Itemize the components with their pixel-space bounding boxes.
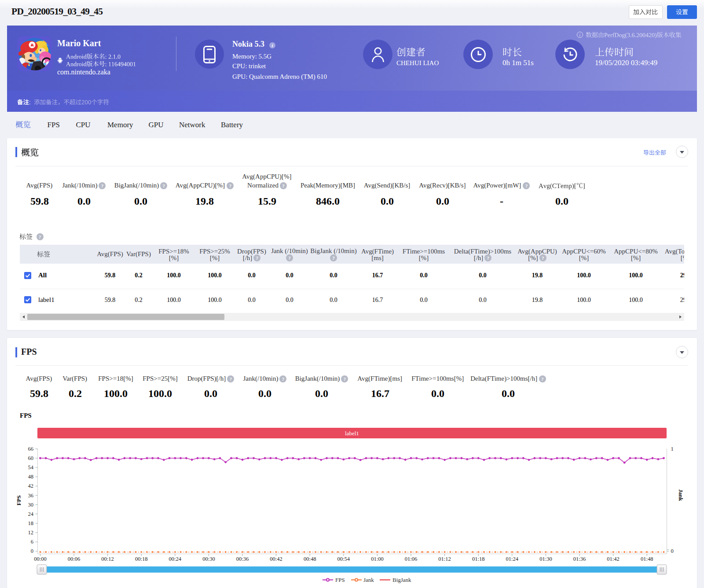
svg-text:00:48: 00:48 <box>304 556 316 562</box>
svg-text:00:42: 00:42 <box>270 556 282 562</box>
svg-text:36: 36 <box>28 492 34 499</box>
svg-text:BigJank: BigJank <box>392 577 411 583</box>
svg-text:01:36: 01:36 <box>573 556 586 562</box>
svg-text:00:30: 00:30 <box>202 556 215 562</box>
svg-text:01:12: 01:12 <box>438 556 451 562</box>
svg-text:54: 54 <box>28 464 34 470</box>
svg-text:60: 60 <box>28 455 34 461</box>
svg-text:30: 30 <box>28 502 34 508</box>
svg-text:0: 0 <box>671 548 674 554</box>
svg-text:18: 18 <box>28 520 34 526</box>
svg-text:01:48: 01:48 <box>641 556 653 562</box>
svg-text:42: 42 <box>28 483 34 489</box>
svg-text:00:36: 00:36 <box>236 556 249 562</box>
svg-text:Jank: Jank <box>678 489 684 501</box>
svg-text:00:18: 00:18 <box>135 556 147 562</box>
svg-text:00:54: 00:54 <box>337 556 350 562</box>
svg-text:6: 6 <box>31 539 33 545</box>
svg-text:00:00: 00:00 <box>34 556 46 562</box>
svg-text:label1: label1 <box>345 430 359 437</box>
svg-text:12: 12 <box>28 529 34 536</box>
svg-text:01:24: 01:24 <box>506 556 519 562</box>
svg-text:24: 24 <box>28 511 34 517</box>
svg-text:Jank: Jank <box>363 577 374 583</box>
svg-text:FPS: FPS <box>335 577 345 583</box>
svg-text:48: 48 <box>28 474 34 480</box>
svg-text:01:42: 01:42 <box>607 556 619 562</box>
svg-text:01:00: 01:00 <box>371 556 383 562</box>
svg-text:01:30: 01:30 <box>539 556 552 562</box>
svg-text:00:06: 00:06 <box>68 556 80 562</box>
svg-text:66: 66 <box>28 446 34 452</box>
svg-text:0: 0 <box>31 548 33 554</box>
svg-text:FPS: FPS <box>15 495 22 505</box>
svg-text:00:24: 00:24 <box>169 556 182 562</box>
svg-text:00:12: 00:12 <box>101 556 114 562</box>
svg-text:01:18: 01:18 <box>472 556 484 562</box>
svg-text:1: 1 <box>671 446 674 452</box>
svg-text:01:06: 01:06 <box>405 556 417 562</box>
